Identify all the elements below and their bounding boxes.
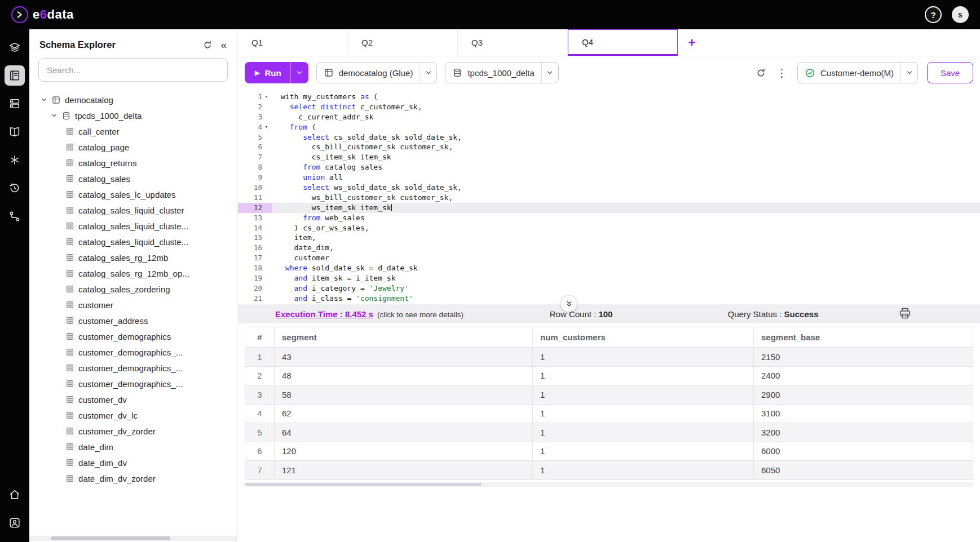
code-line-10[interactable]: 10 select ws_sold_date_sk sold_date_sk, [238,183,980,193]
schema-table-item[interactable]: catalog_returns [29,155,237,171]
code-line-5[interactable]: 5 select cs_sold_date_sk sold_date_sk, [238,132,980,143]
code-line-7[interactable]: 7 cs_item_sk item_sk [238,152,980,162]
tab-q3[interactable]: Q3 [458,29,568,56]
account-icon[interactable] [5,513,25,533]
results-horizontal-scrollbar[interactable] [245,482,973,487]
docs-book-icon[interactable] [5,122,25,142]
schema-table-item[interactable]: catalog_sales_lc_updates [29,186,237,202]
line-number: 2 [238,102,272,112]
schema-table-item[interactable]: catalog_page [29,139,237,155]
fold-caret-icon[interactable]: ▾ [262,92,271,102]
line-number: 14 [238,223,272,233]
chevron-down-icon[interactable] [900,63,917,83]
tab-q1[interactable]: Q1 [238,29,348,56]
schema-table-item[interactable]: date_dim_dv_zorder [29,470,237,486]
database-name: tpcds_1000_delta [75,111,142,121]
schema-table-item[interactable]: customer_demographics_... [29,360,237,376]
collapse-editor-button[interactable] [560,295,577,312]
chevron-down-icon[interactable] [541,63,558,83]
code-line-17[interactable]: 17 customer [238,253,980,263]
tab-q4[interactable]: Q4 [568,29,678,56]
code-line-15[interactable]: 15 item, [238,233,980,243]
schema-table-item[interactable]: catalog_sales_liquid_cluste... [29,234,237,250]
schema-database-tpcds[interactable]: tpcds_1000_delta [29,108,237,123]
run-dropdown-button[interactable] [290,62,308,83]
chevron-down-icon[interactable] [420,63,436,83]
refresh-icon[interactable] [756,68,766,78]
kebab-menu-icon[interactable]: ⋮ [775,66,788,79]
results-row[interactable]: 46213100 [245,404,973,423]
run-button[interactable]: ▶Run [245,62,308,83]
code-line-12[interactable]: 12 ws_item_sk item_sk [238,203,980,213]
schema-catalog-democatalog[interactable]: democatalog [29,92,237,108]
clusters-icon[interactable] [5,94,25,114]
avatar[interactable]: s [952,6,969,23]
code-line-21[interactable]: 21 and i_class = 'consignment' [238,294,980,304]
schema-table-item[interactable]: date_dim [29,439,237,455]
schema-table-item[interactable]: customer [29,297,237,313]
history-icon[interactable] [5,178,25,198]
schema-table-item[interactable]: call_center [29,123,237,139]
spark-icon[interactable] [5,150,25,170]
schema-table-item[interactable]: catalog_sales_liquid_cluste... [29,218,237,234]
results-row[interactable]: 14312150 [245,348,973,367]
execution-time-link[interactable]: Execution Time : 8.452 s [275,309,373,319]
code-line-9[interactable]: 9 union all [238,172,980,183]
schema-table-item[interactable]: customer_dv_lc [29,407,237,423]
code-line-18[interactable]: 18 where sold_date_sk = d_date_sk [238,263,980,273]
schema-table-item[interactable]: catalog_sales_zordering [29,281,237,297]
code-line-14[interactable]: 14 ) cs_or_ws_sales, [238,223,980,233]
save-button[interactable]: Save [927,62,973,83]
sql-editor[interactable]: 1▾with my_customers as (2 select distinc… [238,89,980,304]
code-line-6[interactable]: 6 cs_bill_customer_sk customer_sk, [238,142,980,152]
layers-icon[interactable] [5,37,25,57]
schema-table-item[interactable]: customer_demographics_... [29,344,237,360]
download-csv-icon[interactable]: CSV [898,306,912,322]
code-line-11[interactable]: 11 ws_bill_customer_sk customer_sk, [238,193,980,203]
schema-table-item[interactable]: date_dim_dv [29,455,237,470]
code-line-3[interactable]: 3 c_current_addr_sk [238,112,980,122]
catalog-icon [324,68,334,78]
collapse-panel-icon[interactable]: « [220,39,227,50]
schema-table-item[interactable]: customer_demographics [29,328,237,344]
catalog-select[interactable]: democatalog (Glue) [316,62,438,83]
code-line-13[interactable]: 13 from web_sales [238,213,980,223]
schema-table-item[interactable]: customer_dv_zorder [29,423,237,439]
fold-caret-icon[interactable]: ▾ [262,122,271,132]
add-tab-button[interactable]: + [678,29,706,56]
pipelines-icon[interactable] [5,206,25,226]
results-row[interactable]: 56413200 [245,423,973,442]
schema-search-input[interactable] [38,58,228,82]
table-icon [65,332,74,341]
row-number-cell: 4 [245,404,275,423]
results-row[interactable]: 35812900 [245,385,973,405]
code-line-19[interactable]: 19 and item_sk = i_item_sk [238,273,980,283]
cluster-select[interactable]: Customer-demo(M) [797,62,918,83]
code-line-8[interactable]: 8 from catalog_sales [238,162,980,172]
schema-table-item[interactable]: catalog_sales [29,171,237,186]
code-line-1[interactable]: 1▾with my_customers as ( [238,92,980,102]
data-cell: 1 [533,423,754,442]
query-editor-icon[interactable] [5,65,25,86]
code-line-4[interactable]: 4▾ from ( [238,122,980,132]
data-cell: 1 [533,348,754,367]
help-button[interactable]: ? [925,6,942,23]
tab-q2[interactable]: Q2 [348,29,458,56]
schema-table-item[interactable]: catalog_sales_rg_12mb_op... [29,265,237,281]
home-icon[interactable] [5,485,25,505]
schema-table-item[interactable]: customer_address [29,313,237,328]
results-row[interactable]: 712116050 [245,461,973,480]
results-row[interactable]: 612016000 [245,442,973,461]
schema-table-item[interactable]: customer_demographics_... [29,376,237,392]
schema-horizontal-scrollbar[interactable] [29,536,237,541]
schema-table-item[interactable]: catalog_sales_liquid_cluster [29,202,237,218]
code-line-2[interactable]: 2 select distinct c_customer_sk, [238,102,980,112]
schema-refresh-icon[interactable] [202,40,213,50]
schema-table-item[interactable]: customer_dv [29,392,237,407]
code-line-20[interactable]: 20 and i_category = 'Jewelry' [238,283,980,294]
results-row[interactable]: 24812400 [245,366,973,385]
results-body: 1431215024812400358129004621310056413200… [245,348,973,480]
schema-table-item[interactable]: catalog_sales_rg_12mb [29,250,237,265]
code-line-16[interactable]: 16 date_dim, [238,243,980,253]
database-select[interactable]: tpcds_1000_delta [445,62,558,83]
